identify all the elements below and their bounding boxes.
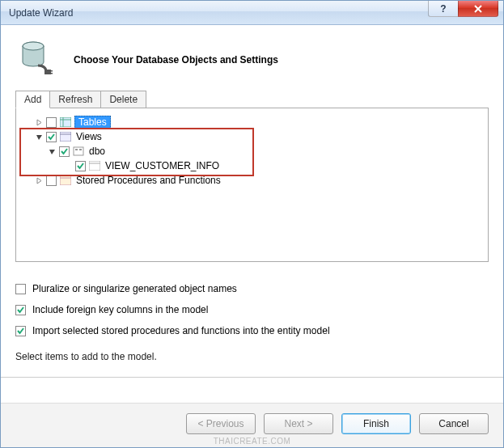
svg-rect-10 <box>74 147 83 155</box>
views-icon <box>59 131 72 142</box>
expander-expanded-icon[interactable] <box>34 132 44 142</box>
tree-checkbox[interactable] <box>75 161 86 171</box>
svg-point-1 <box>23 42 44 50</box>
tables-icon <box>59 116 72 128</box>
expander-collapsed-icon[interactable] <box>34 117 44 127</box>
tree-node-view-customer-info[interactable]: VIEW_CUSTOMER_INFO <box>21 158 483 173</box>
option-pluralize[interactable]: Pluralize or singularize generated objec… <box>15 283 489 294</box>
button-label: Next > <box>284 418 312 429</box>
tab-add[interactable]: Add <box>15 91 50 108</box>
button-label: Finish <box>363 418 389 429</box>
option-label: Pluralize or singularize generated objec… <box>32 283 237 294</box>
checkbox[interactable] <box>15 326 26 336</box>
svg-rect-8 <box>60 132 71 142</box>
tree-checkbox[interactable] <box>46 117 57 128</box>
tree-checkbox[interactable] <box>46 175 57 186</box>
tree-checkbox[interactable] <box>46 132 57 142</box>
update-wizard-window: Update Wizard ? Choose Y <box>0 0 504 448</box>
tree-node-views[interactable]: Views <box>21 129 483 144</box>
option-import-sprocs[interactable]: Import selected stored procedures and fu… <box>15 325 489 336</box>
tree-node-label: Views <box>74 131 104 142</box>
database-icon <box>20 40 57 79</box>
options-group: Pluralize or singularize generated objec… <box>15 283 489 336</box>
object-tree: Tables <box>21 115 483 188</box>
wizard-header: Choose Your Database Objects and Setting… <box>1 25 503 91</box>
close-icon <box>473 4 483 14</box>
svg-rect-11 <box>75 149 78 150</box>
tree-node-label: Tables <box>74 116 111 129</box>
option-label: Include foreign key columns in the model <box>32 304 208 315</box>
expander-collapsed-icon[interactable] <box>34 175 44 185</box>
tree-node-tables[interactable]: Tables <box>21 115 483 129</box>
separator <box>1 377 503 378</box>
checkbox[interactable] <box>15 305 26 315</box>
tree-panel: Tables <box>15 108 489 262</box>
option-include-fk[interactable]: Include foreign key columns in the model <box>15 304 489 315</box>
svg-rect-13 <box>89 161 100 171</box>
svg-rect-2 <box>44 70 51 74</box>
tabstrip: Add Refresh Delete <box>15 91 489 108</box>
sprocs-icon <box>59 175 72 186</box>
svg-rect-4 <box>51 73 53 74</box>
selection-hint: Select items to add to the model. <box>15 351 489 362</box>
schema-icon <box>72 146 85 157</box>
tree-node-label: dbo <box>87 146 107 157</box>
help-button[interactable]: ? <box>428 1 459 17</box>
previous-button: < Previous <box>186 413 256 434</box>
next-button: Next > <box>264 413 333 434</box>
help-icon: ? <box>440 3 446 15</box>
tree-checkbox[interactable] <box>59 146 70 157</box>
option-label: Import selected stored procedures and fu… <box>32 325 330 336</box>
tree-node-dbo[interactable]: dbo <box>21 144 483 158</box>
tab-delete[interactable]: Delete <box>100 91 146 108</box>
checkbox[interactable] <box>15 284 26 294</box>
wizard-footer: < Previous Next > Finish Cancel <box>1 403 503 447</box>
tree-node-label: VIEW_CUSTOMER_INFO <box>104 160 221 171</box>
tab-refresh[interactable]: Refresh <box>49 91 101 108</box>
tree-node-label: Stored Procedures and Functions <box>74 175 222 186</box>
tree-node-sprocs[interactable]: Stored Procedures and Functions <box>21 173 483 188</box>
view-icon <box>88 160 101 171</box>
titlebar-buttons: ? <box>428 1 503 24</box>
button-label: < Previous <box>197 418 244 429</box>
cancel-button[interactable]: Cancel <box>419 413 489 434</box>
button-label: Cancel <box>438 418 468 429</box>
finish-button[interactable]: Finish <box>341 413 411 434</box>
svg-rect-5 <box>60 117 71 127</box>
tab-label: Add <box>24 94 41 105</box>
window-title: Update Wizard <box>9 7 73 19</box>
expander-expanded-icon[interactable] <box>47 146 57 156</box>
svg-rect-3 <box>51 70 53 72</box>
svg-rect-15 <box>60 175 71 185</box>
tab-label: Delete <box>109 94 138 105</box>
wizard-heading: Choose Your Database Objects and Setting… <box>74 54 278 66</box>
titlebar: Update Wizard ? <box>1 1 503 25</box>
tab-label: Refresh <box>58 94 92 105</box>
close-button[interactable] <box>458 1 498 17</box>
svg-rect-12 <box>79 149 82 150</box>
